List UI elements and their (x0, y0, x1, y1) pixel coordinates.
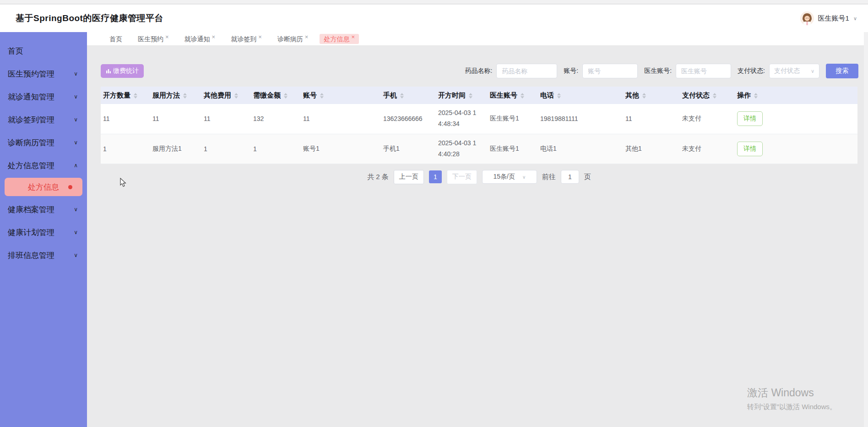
table-cell: 1 (101, 134, 150, 164)
filter-group-2: 医生账号: (644, 64, 731, 78)
sort-icons[interactable] (713, 93, 716, 99)
chevron-down-icon: ∨ (853, 16, 857, 22)
tab-5[interactable]: 处方信息× (320, 34, 359, 44)
column-header-7[interactable]: 医生账号 (488, 87, 538, 104)
sidebar-item-label: 处方信息管理 (8, 160, 54, 171)
close-icon[interactable]: × (258, 34, 262, 40)
chevron-down-icon: ∨ (74, 206, 78, 213)
tab-label: 医生预约 (138, 36, 163, 42)
sidebar-item-1[interactable]: 医生预约管理∨ (0, 62, 87, 85)
sidebar-item-3[interactable]: 就诊签到管理∨ (0, 108, 87, 131)
column-header-1[interactable]: 服用方法 (150, 87, 201, 104)
sort-icons[interactable] (469, 93, 472, 99)
tab-4[interactable]: 诊断病历× (273, 34, 313, 44)
fee-stats-button[interactable]: 缴费统计 (101, 64, 144, 78)
page-size-select[interactable]: 15条/页 ∨ (482, 170, 537, 184)
table-cell: 其他1 (623, 134, 680, 164)
sidebar-item-6[interactable]: 健康档案管理∨ (0, 198, 87, 221)
filter-input-1[interactable] (582, 64, 638, 78)
next-page-button[interactable]: 下一页 (447, 170, 477, 184)
filter-input-2[interactable] (676, 64, 731, 78)
column-header-label: 操作 (737, 91, 751, 99)
sidebar-item-label: 就诊通知管理 (8, 92, 54, 102)
filter-group-3: 支付状态:支付状态∨ (738, 64, 819, 78)
sidebar-item-2[interactable]: 就诊通知管理∨ (0, 85, 87, 108)
filter-label: 账号: (564, 67, 578, 75)
payment-status-select[interactable]: 支付状态∨ (769, 64, 819, 78)
column-header-9[interactable]: 其他 (623, 87, 680, 104)
sort-icons[interactable] (642, 93, 646, 99)
sort-icons[interactable] (754, 93, 758, 99)
column-header-label: 其他费用 (204, 91, 231, 99)
sidebar-item-8[interactable]: 排班信息管理∨ (0, 244, 87, 267)
close-icon[interactable]: × (212, 34, 216, 40)
chevron-down-icon: ∨ (811, 68, 814, 74)
column-header-4[interactable]: 账号 (301, 87, 381, 104)
column-header-10[interactable]: 支付状态 (680, 87, 735, 104)
watermark-title: 激活 Windows (747, 386, 836, 400)
select-placeholder: 支付状态 (774, 67, 800, 75)
chevron-down-icon: ∨ (74, 229, 78, 235)
tab-1[interactable]: 医生预约× (134, 34, 173, 44)
tab-label: 处方信息 (324, 36, 349, 42)
app-header: 基于SpringBoot的医疗健康管理平台 医生账号1 ∨ (0, 5, 868, 32)
sidebar-item-0[interactable]: 首页 (0, 39, 87, 62)
close-icon[interactable]: × (165, 34, 169, 40)
table-cell: 医生账号1 (488, 104, 538, 134)
tab-3[interactable]: 就诊签到× (227, 34, 266, 44)
search-button[interactable]: 搜索 (826, 64, 858, 78)
detail-button[interactable]: 详情 (737, 142, 763, 156)
sort-icons[interactable] (183, 93, 187, 99)
detail-button[interactable]: 详情 (737, 111, 763, 126)
sort-icons[interactable] (557, 93, 561, 99)
sidebar-item-7[interactable]: 健康计划管理∨ (0, 221, 87, 244)
table-cell: 2025-04-03 14:40:28 (436, 134, 488, 164)
sidebar-item-5[interactable]: 处方信息管理∧ (0, 154, 87, 177)
chevron-down-icon: ∨ (522, 175, 526, 180)
table-cell: 电话1 (538, 134, 623, 164)
sidebar-item-label: 健康档案管理 (8, 204, 54, 215)
sort-icons[interactable] (234, 93, 238, 99)
goto-page-input[interactable] (561, 170, 579, 184)
tab-0[interactable]: 首页 (105, 34, 126, 44)
table-cell: 132 (251, 104, 301, 134)
sort-icons[interactable] (521, 93, 524, 99)
sort-icons[interactable] (400, 93, 404, 99)
sort-icons[interactable] (284, 93, 288, 99)
goto-suffix: 页 (584, 173, 591, 181)
filter-input-0[interactable] (496, 64, 557, 78)
tab-bar: 首页医生预约×就诊通知×就诊签到×诊断病历×处方信息× (87, 32, 868, 46)
filter-group-0: 药品名称: (465, 64, 557, 78)
column-header-8[interactable]: 电话 (538, 87, 623, 104)
sidebar-item-label: 排班信息管理 (8, 250, 54, 261)
chevron-down-icon: ∨ (74, 252, 78, 258)
column-header-3[interactable]: 需缴金额 (251, 87, 301, 104)
sidebar-item-4[interactable]: 诊断病历管理∨ (0, 131, 87, 154)
column-header-6[interactable]: 开方时间 (436, 87, 488, 104)
column-header-2[interactable]: 其他费用 (201, 87, 251, 104)
filter-label: 医生账号: (644, 67, 672, 75)
close-icon[interactable]: × (351, 34, 355, 40)
user-menu[interactable]: 医生账号1 ∨ (800, 11, 857, 25)
column-header-5[interactable]: 手机 (381, 87, 436, 104)
toolbar: 缴费统计 药品名称:账号:医生账号:支付状态:支付状态∨ 搜索 (101, 64, 858, 78)
column-header-label: 开方时间 (438, 91, 466, 99)
close-icon[interactable]: × (305, 34, 309, 40)
bar-chart-icon (106, 68, 111, 74)
scrollbar-track[interactable] (864, 32, 868, 427)
prev-page-button[interactable]: 上一页 (394, 170, 424, 184)
user-name: 医生账号1 (818, 14, 849, 23)
sort-icons[interactable] (134, 93, 137, 99)
sidebar: 首页医生预约管理∨就诊通知管理∨就诊签到管理∨诊断病历管理∨处方信息管理∧处方信… (0, 32, 87, 427)
column-header-0[interactable]: 开方数量 (101, 87, 150, 104)
column-header-11[interactable]: 操作 (735, 87, 857, 104)
table-cell: 11 (623, 104, 680, 134)
tab-label: 就诊通知 (184, 36, 210, 42)
sort-icons[interactable] (320, 93, 324, 99)
page-number-1[interactable]: 1 (429, 170, 442, 183)
sidebar-subitem-active[interactable]: 处方信息 (5, 178, 82, 196)
tab-2[interactable]: 就诊通知× (180, 34, 220, 44)
table-cell: 2025-04-03 14:48:34 (436, 104, 488, 134)
table-cell: 11 (201, 104, 251, 134)
column-header-label: 需缴金额 (253, 91, 281, 99)
